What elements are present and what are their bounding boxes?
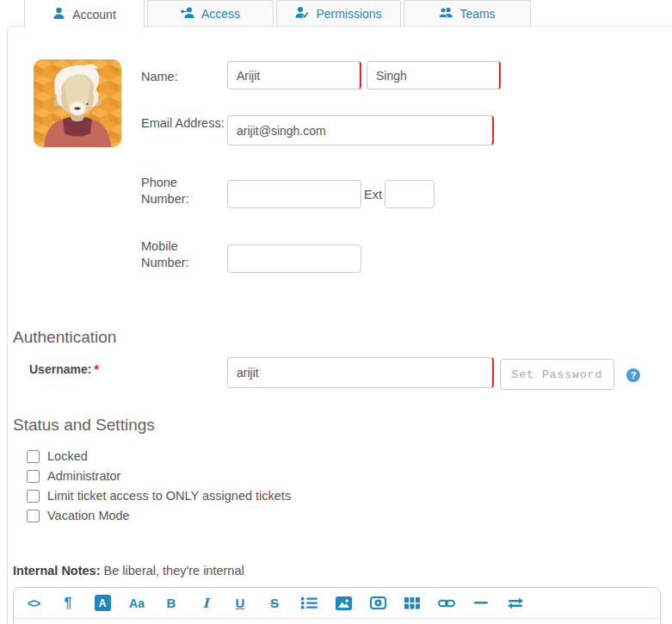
username-label-text: Username:: [29, 362, 91, 376]
unordered-list-icon[interactable]: [292, 588, 326, 619]
tab-permissions[interactable]: Permissions: [276, 0, 401, 26]
insert-link-icon[interactable]: [429, 588, 464, 619]
users-icon: [439, 6, 453, 22]
swap-arrows-icon[interactable]: [498, 588, 533, 619]
ext-label: Ext: [364, 187, 382, 203]
mobile-label: Mobile Number:: [141, 238, 227, 271]
checkbox-row-limit-tickets[interactable]: Limit ticket access to ONLY assigned tic…: [27, 488, 291, 504]
bold-icon[interactable]: B: [154, 588, 188, 619]
checkbox-label: Administrator: [47, 469, 120, 483]
first-name-input[interactable]: [227, 61, 361, 90]
font-color-icon[interactable]: A: [85, 588, 120, 619]
checkbox-row-locked[interactable]: Locked: [27, 448, 88, 464]
tab-label: Account: [72, 8, 116, 22]
checkbox-row-administrator[interactable]: Administrator: [27, 468, 120, 484]
checkbox-row-vacation-mode[interactable]: Vacation Mode: [27, 508, 130, 523]
internal-notes-hint: Be liberal, they're internal: [104, 564, 244, 578]
user-check-icon: [295, 6, 309, 22]
code-view-icon[interactable]: <>: [16, 588, 51, 619]
authentication-heading: Authentication: [13, 328, 116, 347]
tab-access[interactable]: Access: [147, 0, 274, 26]
vacation-mode-checkbox[interactable]: [27, 510, 40, 522]
editor-toolbar: <> ¶ A Aa B I U S: [14, 588, 660, 619]
tab-label: Teams: [459, 7, 495, 21]
status-settings-heading: Status and Settings: [13, 416, 155, 435]
underline-icon[interactable]: U: [223, 588, 257, 619]
horizontal-line-icon[interactable]: [464, 588, 498, 619]
font-color-glyph: A: [95, 595, 111, 611]
user-avatar[interactable]: [34, 59, 121, 147]
email-label: Email Address:: [141, 115, 227, 132]
key-user-icon: [181, 6, 194, 22]
italic-icon[interactable]: I: [188, 588, 223, 619]
internal-notes-editor: <> ¶ A Aa B I U S: [13, 587, 661, 624]
ext-input[interactable]: [385, 180, 435, 208]
username-input[interactable]: [227, 357, 494, 388]
paragraph-icon[interactable]: ¶: [51, 588, 85, 619]
phone-input[interactable]: [227, 180, 361, 208]
last-name-input[interactable]: [367, 61, 501, 90]
checkbox-label: Limit ticket access to ONLY assigned tic…: [47, 489, 291, 503]
tab-account[interactable]: Account: [24, 0, 145, 28]
insert-video-icon[interactable]: [361, 588, 395, 619]
limit-tickets-checkbox[interactable]: [27, 490, 40, 503]
tab-label: Access: [201, 7, 240, 21]
font-size-icon[interactable]: Aa: [120, 588, 154, 619]
phone-label: Phone Number:: [141, 175, 227, 207]
checkbox-label: Locked: [47, 449, 88, 463]
tab-teams[interactable]: Teams: [404, 0, 531, 26]
internal-notes-label: Internal Notes:: [13, 564, 101, 578]
locked-checkbox[interactable]: [27, 450, 40, 463]
name-label: Name:: [141, 69, 227, 85]
required-asterisk: *: [94, 362, 98, 376]
insert-image-icon[interactable]: [326, 588, 361, 619]
account-panel: Name: Email Address: Phone Number: Ext M…: [7, 26, 672, 624]
checkbox-label: Vacation Mode: [47, 509, 130, 522]
username-label: Username:*: [29, 362, 99, 376]
help-icon[interactable]: ?: [626, 368, 640, 382]
email-input[interactable]: [227, 115, 494, 145]
strikethrough-icon[interactable]: S: [257, 588, 292, 619]
set-password-button[interactable]: Set Password: [500, 359, 614, 390]
insert-table-icon[interactable]: [395, 588, 429, 619]
user-icon: [52, 7, 65, 22]
mobile-input[interactable]: [227, 244, 361, 273]
tab-label: Permissions: [316, 7, 381, 21]
administrator-checkbox[interactable]: [27, 470, 40, 483]
internal-notes-line: Internal Notes: Be liberal, they're inte…: [13, 564, 244, 578]
